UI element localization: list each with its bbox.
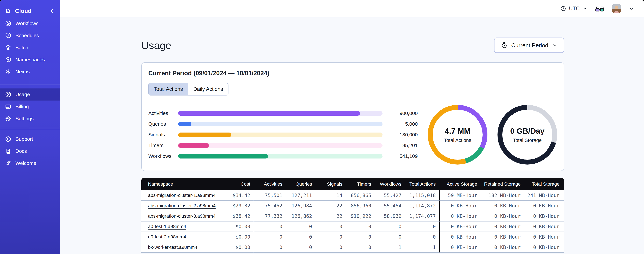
cell-cost: $38.42	[219, 211, 254, 222]
avatar[interactable]	[612, 4, 621, 13]
sidebar-item-label: Workflows	[16, 20, 38, 26]
donut-charts: 4.7 MM Total Actions 0 GB/Day Total Stor…	[428, 105, 557, 164]
bar-value: 5,000	[390, 121, 418, 127]
sidebar-item-support[interactable]: Support	[0, 133, 60, 145]
namespace-link[interactable]: a0-test-1.a98mm4	[148, 224, 186, 229]
period-select-button[interactable]: Current Period	[494, 38, 564, 53]
namespace-link[interactable]: abs-migration-cluster-3.a98mm4	[148, 214, 216, 219]
cell-signals: 0	[316, 232, 346, 242]
workflows-icon	[5, 20, 12, 27]
cell-cost: $0.00	[219, 222, 254, 232]
sidebar-item-label: Settings	[16, 116, 34, 122]
sidebar-collapse-button[interactable]	[49, 8, 55, 14]
sidebar-item-usage[interactable]: Usage	[0, 88, 60, 100]
bar-fill	[178, 154, 268, 158]
cell-cost: $29.32	[219, 201, 254, 211]
col-cost: Cost	[219, 178, 254, 190]
schedules-icon	[5, 32, 12, 39]
cell-retained-storage: 0 KB-Hour	[480, 242, 524, 253]
cell-activities: 0	[254, 242, 286, 253]
sidebar: Cloud Workflows Schedules	[0, 0, 60, 254]
cell-workflows: 0	[375, 222, 405, 232]
cell-activities: 0	[254, 222, 286, 232]
table-row: a0-test-2.a98mm4 $0.00 0 0 0 0 0 0 0 KB-…	[141, 232, 564, 242]
col-queries: Queries	[286, 178, 316, 190]
total-actions-donut: 4.7 MM Total Actions	[428, 105, 488, 164]
sidebar-item-workflows[interactable]: Workflows	[0, 18, 60, 30]
tab-daily-actions[interactable]: Daily Actions	[188, 83, 228, 95]
bar-label: Activities	[148, 110, 178, 116]
glasses-icon[interactable]	[595, 5, 604, 12]
col-namespace: Namespace	[141, 178, 219, 190]
table-row: abs-migration-cluster-1.a98mm4 $34.42 75…	[141, 190, 564, 201]
cell-signals: 22	[316, 211, 346, 222]
table-header-row: Namespace Cost Activities Queries Signal…	[141, 178, 564, 190]
bar-track	[178, 143, 382, 148]
bar-fill	[178, 132, 231, 137]
bar-label: Signals	[148, 132, 178, 138]
bar-fill	[178, 122, 192, 126]
cell-total-actions: 1	[405, 242, 439, 253]
cell-total-storage: 0 KB-Hour	[524, 201, 564, 211]
content-area: Usage Current Period Current Period (09/…	[60, 18, 644, 254]
cell-total-actions: 0	[405, 232, 439, 242]
sidebar-item-schedules[interactable]: Schedules	[0, 30, 60, 42]
sidebar-item-label: Schedules	[16, 33, 39, 38]
sidebar-item-billing[interactable]: Billing	[0, 100, 60, 112]
sidebar-item-label: Welcome	[16, 160, 36, 166]
sidebar-item-namespaces[interactable]: Namespaces	[0, 54, 60, 66]
bar-value: 900,000	[390, 110, 418, 116]
cell-total-actions: 1,174,077	[405, 211, 439, 222]
timezone-selector[interactable]: UTC	[560, 6, 587, 12]
bar-label: Queries	[148, 121, 178, 127]
donut-label: Total Storage	[513, 138, 542, 143]
cell-timers: 856,865	[346, 190, 374, 201]
usage-summary-card: Current Period (09/01/2024 — 10/01/2024)…	[141, 62, 564, 171]
nexus-icon	[5, 68, 12, 75]
bar-track	[178, 154, 382, 158]
namespace-link[interactable]: abs-migration-cluster-2.a98mm4	[148, 203, 216, 208]
sidebar-divider	[0, 130, 60, 130]
brand-label: Cloud	[15, 8, 32, 14]
bar-value: 130,000	[390, 132, 418, 138]
sidebar-item-label: Batch	[16, 45, 28, 50]
cell-active-storage: 0 KB-Hour	[439, 232, 480, 242]
billing-card-icon	[5, 104, 12, 110]
cell-active-storage: 0 KB-Hour	[439, 222, 480, 232]
bar-row-workflows: Workflows 541,109	[148, 151, 418, 162]
cell-total-actions: 1,115,018	[405, 190, 439, 201]
page-title: Usage	[141, 39, 171, 51]
support-lifebuoy-icon	[5, 136, 12, 142]
tab-total-actions[interactable]: Total Actions	[149, 83, 188, 95]
account-menu-chevron-down-icon[interactable]	[628, 6, 634, 12]
cell-queries: 126,862	[286, 211, 316, 222]
cell-total-actions: 1,114,872	[405, 201, 439, 211]
col-workflows: Workflows	[375, 178, 405, 190]
sidebar-item-settings[interactable]: Settings	[0, 112, 60, 125]
card-title: Current Period (09/01/2024 — 10/01/2024)	[148, 70, 557, 77]
namespace-link[interactable]: abs-migration-cluster-1.a98mm4	[148, 193, 216, 198]
cell-timers: 0	[346, 222, 374, 232]
namespace-link[interactable]: a0-test-2.a98mm4	[148, 234, 186, 240]
bar-row-signals: Signals 130,000	[148, 129, 418, 140]
docs-book-icon	[5, 148, 12, 154]
sidebar-item-batch[interactable]: Batch	[0, 42, 60, 54]
cell-workflows: 0	[375, 232, 405, 242]
main-area: UTC Usage	[60, 0, 644, 254]
cell-workflows: 55,427	[375, 190, 405, 201]
bar-value: 541,109	[390, 153, 418, 159]
sidebar-item-docs[interactable]: Docs	[0, 145, 60, 157]
stopwatch-icon	[501, 42, 508, 48]
cell-queries: 127,211	[286, 190, 316, 201]
sidebar-group-main: Workflows Schedules Batch Namespaces	[0, 18, 60, 78]
sidebar-item-nexus[interactable]: Nexus	[0, 66, 60, 78]
cell-activities: 0	[254, 232, 286, 242]
cell-timers: 0	[346, 232, 374, 242]
cell-timers: 0	[346, 242, 374, 253]
chevron-down-icon	[552, 42, 557, 48]
sidebar-item-welcome[interactable]: Welcome	[0, 157, 60, 169]
cell-retained-storage: 0 KB-Hour	[480, 211, 524, 222]
namespace-link[interactable]: bk-worker-test.a98mm4	[148, 244, 197, 250]
cell-active-storage: 0 KB-Hour	[439, 211, 480, 222]
actions-tab-group: Total Actions Daily Actions	[148, 83, 228, 96]
